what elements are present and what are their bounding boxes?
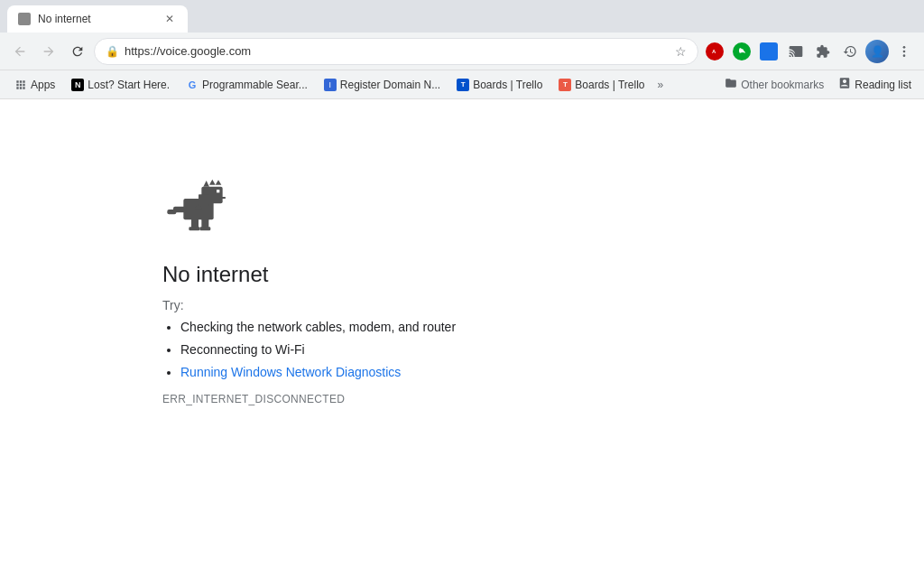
bookmark-domain-label: Register Domain N... — [340, 79, 440, 91]
trello-2-icon: T — [559, 79, 571, 91]
dinosaur-svg — [162, 172, 235, 244]
tab-close-button[interactable]: ✕ — [162, 12, 177, 26]
blue-extension-button[interactable] — [756, 39, 781, 64]
bookmark-register-domain[interactable]: I Register Domain N... — [317, 75, 448, 95]
bookmarks-bar: Apps N Lost? Start Here. G Programmable … — [0, 70, 924, 99]
reload-button[interactable] — [65, 39, 90, 64]
bookmark-lost-start[interactable]: N Lost? Start Here. — [64, 75, 177, 95]
folder-icon — [725, 77, 737, 92]
tab-favicon — [18, 13, 31, 25]
diagnostics-link[interactable]: Running Windows Network Diagnostics — [180, 365, 401, 379]
back-button[interactable] — [7, 39, 32, 64]
bookmark-trello1-label: Boards | Trello — [473, 79, 542, 91]
profile-button[interactable]: 👤 — [864, 39, 890, 64]
extensions-button[interactable] — [810, 39, 836, 64]
svg-rect-12 — [167, 210, 176, 214]
tab-title: No internet — [38, 13, 155, 25]
bookmark-trello-1[interactable]: T Boards | Trello — [449, 75, 550, 95]
evernote-icon — [733, 42, 751, 61]
cast-icon — [789, 44, 803, 59]
adblock-extension-button[interactable]: A — [702, 39, 727, 64]
forward-button[interactable] — [36, 39, 61, 64]
other-bookmarks-label: Other bookmarks — [741, 79, 824, 91]
history-icon — [843, 44, 857, 59]
toolbar: 🔒 https://voice.google.com ☆ A — [0, 33, 924, 70]
svg-point-4 — [903, 54, 906, 57]
reading-list-label: Reading list — [855, 79, 911, 91]
avatar-initial: 👤 — [871, 45, 884, 58]
apps-grid-icon — [14, 79, 27, 91]
svg-rect-8 — [217, 190, 219, 192]
svg-rect-7 — [199, 194, 209, 205]
blue-extension-icon — [760, 42, 778, 61]
google-icon: G — [186, 79, 199, 91]
bookmark-prog-label: Programmable Sear... — [202, 79, 308, 91]
browser-history-button[interactable] — [837, 39, 863, 64]
svg-rect-10 — [196, 207, 202, 210]
svg-marker-17 — [203, 181, 209, 187]
page-content: No internet Try: Checking the network ca… — [0, 99, 924, 568]
svg-point-3 — [903, 50, 906, 52]
reading-list-button[interactable]: Reading list — [833, 73, 917, 96]
active-tab[interactable]: No internet ✕ — [7, 5, 188, 33]
dino-illustration — [162, 172, 456, 247]
error-container: No internet Try: Checking the network ca… — [162, 172, 456, 405]
bookmark-apps[interactable]: Apps — [7, 75, 62, 95]
bookmark-trello2-label: Boards | Trello — [575, 79, 644, 91]
bookmark-other-bookmarks[interactable]: Other bookmarks — [717, 73, 831, 96]
domain-icon: I — [324, 79, 337, 91]
svg-marker-18 — [209, 180, 216, 185]
bookmark-star-icon[interactable]: ☆ — [675, 44, 687, 59]
bookmark-trello-2[interactable]: T Boards | Trello — [551, 75, 651, 95]
address-bar[interactable]: 🔒 https://voice.google.com ☆ — [94, 38, 698, 65]
bookmarks-overflow-button[interactable]: » — [653, 75, 667, 95]
browser-frame: No internet ✕ 🔒 https://voice.google.com… — [0, 0, 924, 568]
lock-icon: 🔒 — [106, 45, 119, 58]
toolbar-right-icons: A — [702, 39, 917, 64]
more-icon — [897, 44, 911, 59]
suggestion-cables: Checking the network cables, modem, and … — [180, 318, 456, 337]
suggestion-wifi: Reconnecting to Wi-Fi — [180, 340, 456, 359]
suggestion-wifi-text: Reconnecting to Wi-Fi — [180, 342, 305, 357]
puzzle-icon — [816, 44, 830, 59]
tab-bar: No internet ✕ — [0, 0, 924, 33]
svg-point-2 — [903, 46, 906, 49]
svg-rect-15 — [189, 227, 199, 230]
trello-1-icon: T — [457, 79, 469, 91]
error-code: ERR_INTERNET_DISCONNECTED — [162, 393, 456, 405]
notion-icon: N — [71, 79, 84, 91]
suggestions-list: Checking the network cables, modem, and … — [162, 318, 456, 382]
profile-avatar: 👤 — [865, 40, 889, 63]
cast-button[interactable] — [783, 39, 808, 64]
try-label: Try: — [162, 298, 456, 312]
suggestion-diagnostics: Running Windows Network Diagnostics — [180, 363, 456, 382]
adblock-icon: A — [706, 42, 724, 61]
bookmark-lost-label: Lost? Start Here. — [88, 79, 170, 91]
reading-list-icon — [838, 77, 851, 92]
svg-rect-9 — [221, 197, 226, 199]
bookmark-apps-label: Apps — [31, 79, 55, 91]
svg-rect-16 — [199, 227, 210, 230]
error-title: No internet — [162, 262, 456, 287]
evernote-extension-button[interactable] — [729, 39, 754, 64]
chrome-menu-button[interactable] — [892, 39, 917, 64]
svg-text:A: A — [712, 49, 716, 54]
svg-marker-19 — [216, 180, 222, 184]
bookmark-programmable-search[interactable]: G Programmable Sear... — [179, 75, 315, 95]
url-text: https://voice.google.com — [125, 44, 670, 58]
suggestion-cables-text: Checking the network cables, modem, and … — [180, 320, 456, 334]
